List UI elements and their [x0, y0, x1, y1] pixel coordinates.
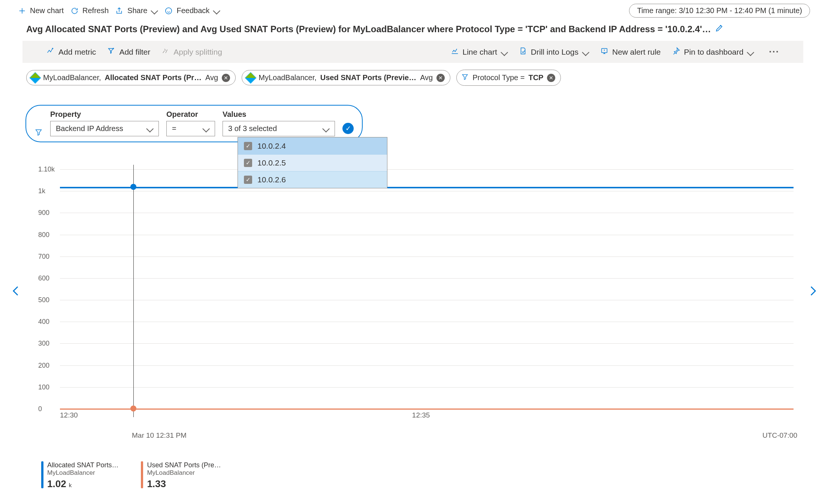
gridline	[60, 235, 794, 235]
remove-filter-button[interactable]: ✕	[547, 74, 555, 82]
add-filter-button[interactable]: Add filter	[107, 47, 150, 57]
metric-pill-used[interactable]: MyLoadBalancer, Used SNAT Ports (Previe……	[242, 70, 450, 85]
legend-item-sub: MyLoadBalancer	[147, 469, 221, 477]
filter-operator-select[interactable]: =	[166, 121, 215, 136]
chevron-down-icon	[151, 7, 158, 14]
new-chart-button[interactable]: New chart	[18, 6, 64, 15]
y-tick: 400	[38, 318, 49, 326]
legend-item-sub: MyLoadBalancer	[47, 469, 118, 477]
filter-values-dropdown: ✓ 10.0.2.4 ✓ 10.0.2.5 ✓ 10.0.2.6	[238, 137, 387, 188]
edit-title-button[interactable]	[715, 24, 724, 35]
gridline	[60, 387, 794, 388]
cursor-marker	[130, 406, 136, 412]
gridline	[60, 322, 794, 322]
previous-time-button[interactable]	[10, 285, 22, 298]
funnel-plus-icon	[107, 47, 115, 57]
filter-option[interactable]: ✓ 10.0.2.4	[238, 137, 387, 154]
filter-pill-protocol[interactable]: Protocol Type = TCP ✕	[456, 70, 561, 86]
feedback-label: Feedback	[176, 6, 209, 15]
filter-property-value: Backend IP Address	[56, 124, 123, 133]
more-menu-button[interactable]: ···	[765, 46, 779, 58]
apply-filter-button[interactable]: ✓	[342, 123, 354, 134]
resource-diamond-icon	[29, 72, 41, 84]
y-tick: 1.10k	[38, 166, 55, 173]
time-range-text: Time range: 3/10 12:30 PM - 12:40 PM (1 …	[637, 6, 802, 15]
chart-legend: Allocated SNAT Ports… MyLoadBalancer 1.0…	[41, 461, 221, 490]
refresh-button[interactable]: Refresh	[70, 6, 109, 15]
filter-option-label: 10.0.2.5	[257, 158, 286, 167]
drill-logs-icon	[519, 47, 527, 57]
filter-values-summary: 3 of 3 selected	[228, 124, 277, 133]
metric2-scope: MyLoadBalancer,	[259, 73, 317, 82]
gridline	[60, 365, 794, 366]
add-metric-button[interactable]: Add metric	[46, 47, 96, 57]
filter-option[interactable]: ✓ 10.0.2.5	[238, 154, 387, 171]
chart-area: 01002003004005006007008009001k1.10k 12:3…	[39, 169, 797, 470]
legend-item-title: Allocated SNAT Ports…	[47, 461, 118, 469]
y-tick: 500	[38, 296, 49, 304]
metric1-agg: Avg	[205, 73, 218, 82]
x-tick: 12:30	[60, 411, 78, 419]
apply-splitting-label: Apply splitting	[173, 48, 222, 57]
filter-value: TCP	[528, 73, 543, 82]
share-label: Share	[127, 6, 147, 15]
funnel-icon	[461, 73, 469, 82]
smile-icon	[164, 7, 173, 15]
gridline	[60, 278, 794, 279]
chevron-down-icon	[146, 125, 153, 132]
remove-metric2-button[interactable]: ✕	[436, 74, 445, 82]
y-tick: 600	[38, 274, 49, 282]
chevron-down-icon	[582, 49, 589, 55]
filter-property-select[interactable]: Backend IP Address	[50, 121, 159, 136]
legend-item-used[interactable]: Used SNAT Ports (Pre… MyLoadBalancer 1.3…	[141, 461, 221, 490]
filter-label: Protocol Type =	[472, 73, 525, 82]
metric-pills-row: MyLoadBalancer, Allocated SNAT Ports (Pr…	[0, 63, 825, 86]
chart-title-row: Avg Allocated SNAT Ports (Preview) and A…	[0, 21, 825, 41]
filter-property-label: Property	[50, 110, 159, 119]
metric2-agg: Avg	[420, 73, 433, 82]
new-alert-label: New alert rule	[612, 48, 661, 57]
y-tick: 0	[38, 405, 42, 413]
series-line	[60, 409, 794, 410]
checkbox-checked-icon: ✓	[244, 176, 252, 184]
remove-metric1-button[interactable]: ✕	[222, 74, 230, 82]
legend-item-allocated[interactable]: Allocated SNAT Ports… MyLoadBalancer 1.0…	[41, 461, 118, 490]
timezone-label: UTC-07:00	[762, 431, 797, 440]
chevron-down-icon	[323, 125, 329, 132]
plus-icon	[18, 7, 26, 15]
gridline	[60, 256, 794, 257]
new-alert-button[interactable]: New alert rule	[600, 47, 661, 57]
chevron-down-icon	[501, 49, 508, 55]
checkbox-checked-icon: ✓	[244, 142, 252, 150]
filter-operator-col: Operator =	[166, 110, 215, 136]
chevron-down-icon	[213, 7, 220, 14]
x-tick: 12:35	[412, 411, 430, 419]
metric-pill-allocated[interactable]: MyLoadBalancer, Allocated SNAT Ports (Pr…	[26, 70, 236, 85]
gridline	[60, 300, 794, 300]
share-button[interactable]: Share	[115, 6, 158, 15]
gridline	[60, 343, 794, 344]
refresh-icon	[70, 7, 79, 15]
next-time-button[interactable]	[806, 285, 819, 298]
pin-icon	[672, 47, 680, 57]
filter-option[interactable]: ✓ 10.0.2.6	[238, 171, 387, 188]
legend-item-title: Used SNAT Ports (Pre…	[147, 461, 221, 469]
gridline	[60, 169, 794, 170]
pin-dashboard-button[interactable]: Pin to dashboard	[672, 47, 754, 57]
gridline	[60, 191, 794, 191]
chart-type-label: Line chart	[463, 48, 497, 57]
feedback-button[interactable]: Feedback	[164, 6, 220, 15]
filter-values-select[interactable]: 3 of 3 selected	[223, 121, 335, 136]
plot-surface[interactable]: 01002003004005006007008009001k1.10k	[60, 169, 794, 409]
chart-type-button[interactable]: Line chart	[451, 47, 508, 57]
metric1-scope: MyLoadBalancer,	[43, 73, 101, 82]
filter-values-label: Values	[223, 110, 335, 119]
drill-logs-button[interactable]: Drill into Logs	[519, 47, 589, 57]
cursor-line	[133, 165, 134, 417]
metric1-name: Allocated SNAT Ports (Pr…	[105, 73, 202, 82]
svg-point-0	[166, 7, 172, 14]
funnel-icon	[34, 128, 43, 136]
y-tick: 200	[38, 361, 49, 369]
legend-item-value: 1.02	[47, 478, 66, 489]
time-range-pill[interactable]: Time range: 3/10 12:30 PM - 12:40 PM (1 …	[629, 4, 810, 18]
